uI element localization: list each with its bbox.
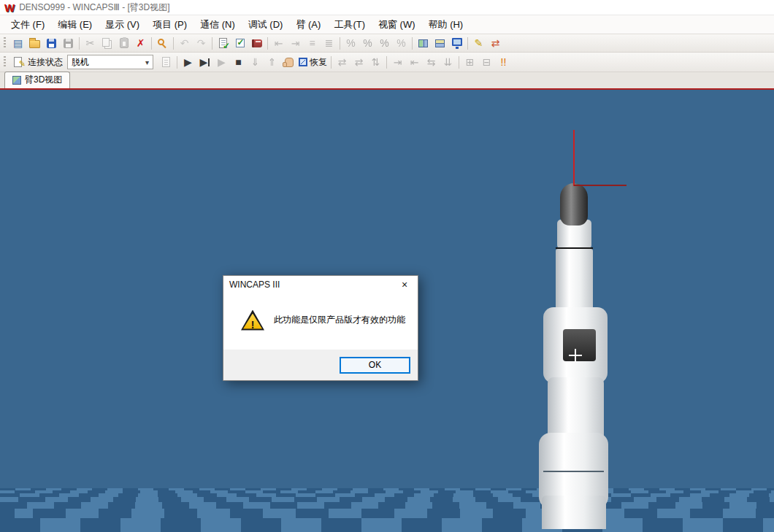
menu-file[interactable]: 文件 (F) [4, 15, 51, 35]
receive-project-button[interactable]: ⇄ [350, 54, 367, 70]
macro-comment-button[interactable]: % [376, 35, 393, 51]
property-window-button[interactable] [448, 35, 465, 51]
comment-button[interactable]: % [342, 35, 359, 51]
open-project-button[interactable] [26, 35, 43, 51]
redo-button[interactable]: ↷ [193, 35, 210, 51]
toolbar-button-icon: ⇄ [490, 37, 501, 49]
tab-bar: 臂3D视图 [0, 72, 774, 88]
toolbar-button-icon: ✂ [85, 37, 96, 49]
syntax-check-button[interactable] [215, 35, 231, 51]
toolbar-separator [212, 37, 212, 50]
cascade-windows-button[interactable] [432, 35, 448, 51]
copy-button[interactable] [99, 35, 115, 51]
robot-joint-seam [556, 247, 593, 249]
connection-mode-select[interactable]: 脱机 ▾ [67, 55, 153, 69]
toolbar-standard: ▤✂✗↶↷⇤⇥≡≣%%%%✎⇄ [0, 34, 774, 53]
connection-settings-button[interactable] [9, 54, 26, 70]
toolbar-grip[interactable] [4, 56, 6, 68]
menu-edit[interactable]: 编辑 (E) [51, 15, 99, 35]
find-button[interactable] [154, 35, 171, 51]
toolbar-separator [459, 56, 459, 69]
titlebar[interactable]: W DENSO999 - WINCAPSⅢ - [臂3D视图] [0, 0, 774, 15]
menu-debug[interactable]: 调试 (D) [242, 15, 290, 35]
send-project-button[interactable]: ⇄ [334, 54, 350, 70]
dialog-body: ! 此功能是仅限产品版才有效的功能 [223, 293, 418, 350]
checkerboard-floor [0, 488, 774, 532]
uncomment-button[interactable]: % [359, 35, 376, 51]
tool-axis-vertical-line [573, 130, 575, 186]
transfer-file-button[interactable]: ⇥ [389, 54, 406, 70]
align-lines-button[interactable]: ≡ [304, 35, 321, 51]
undo-button[interactable]: ↶ [176, 35, 193, 51]
task-list-button[interactable] [231, 35, 248, 51]
toolbar-button-icon: ⇆ [426, 56, 437, 68]
line-numbers-button[interactable]: ≣ [321, 35, 337, 51]
save-all-button[interactable] [60, 35, 77, 51]
tab-arm-3d-view[interactable]: 臂3D视图 [4, 72, 70, 88]
cut-button[interactable]: ✂ [82, 35, 99, 51]
save-button[interactable] [43, 35, 60, 51]
delete-button[interactable]: ✗ [132, 35, 149, 51]
toolbar-button-icon: % [362, 37, 373, 49]
toolbar-button-icon: % [396, 37, 407, 49]
toolbar-button-icon [236, 39, 245, 47]
paste-button[interactable] [115, 35, 132, 51]
tool-axis-horizontal-line [574, 185, 627, 186]
hand-mode-button[interactable] [280, 54, 297, 70]
outdent-button[interactable]: ⇤ [270, 35, 287, 51]
toolbar-separator [340, 37, 340, 50]
toolbar-separator [331, 56, 332, 69]
io-monitor-button[interactable]: ⊞ [461, 54, 478, 70]
step-run-button[interactable]: ▶ [196, 54, 213, 70]
dialog-close-button[interactable]: × [391, 276, 418, 293]
menu-tools[interactable]: 工具(T) [327, 15, 372, 35]
macro-uncomment-button[interactable]: % [393, 35, 410, 51]
toolbar-button-icon: ⇅ [370, 56, 381, 68]
ok-button[interactable]: OK [340, 357, 410, 374]
program-view-button[interactable] [158, 54, 175, 70]
toolbar-separator [79, 37, 80, 50]
menu-bar: 文件 (F)编辑 (E)显示 (V)项目 (P)通信 (N)调试 (D)臂 (A… [0, 15, 774, 34]
variable-monitor-button[interactable]: ⇄ [487, 35, 504, 51]
toolbar-button-icon [14, 57, 22, 67]
toolbar-button-icon [285, 58, 294, 67]
menu-project[interactable]: 项目 (P) [146, 15, 194, 35]
backup-button[interactable]: ⇊ [440, 54, 456, 70]
sync-project-button[interactable]: ⇅ [367, 54, 384, 70]
stop-button[interactable]: ■ [230, 54, 247, 70]
recover-button[interactable]: 恢复 [297, 54, 329, 70]
new-project-button[interactable]: ▤ [9, 35, 26, 51]
toolbar-button-icon: % [379, 37, 390, 49]
toolbar-button-icon: ≣ [323, 37, 334, 49]
toolbar-grip[interactable] [4, 37, 6, 49]
step-stop-button[interactable]: ⇑ [264, 54, 280, 70]
tab-label: 臂3D视图 [25, 74, 62, 86]
help-reference-button[interactable] [248, 35, 265, 51]
toolbar-button-icon [219, 38, 227, 48]
menu-view[interactable]: 显示 (V) [99, 15, 146, 35]
toolbar-button-icon: % [345, 37, 356, 49]
indent-button[interactable]: ⇥ [287, 35, 304, 51]
toolbar-button-icon: ⇥ [392, 56, 403, 68]
tile-windows-button[interactable] [415, 35, 432, 51]
compare-file-button[interactable]: ⇆ [423, 54, 440, 70]
toolbar-separator [386, 56, 387, 69]
toolbar-button-icon [299, 58, 307, 66]
step-into-button[interactable]: ⇓ [247, 54, 264, 70]
dialog-titlebar[interactable]: WINCAPS III × [223, 276, 418, 293]
toolbar-button-icon: ⊟ [481, 56, 492, 68]
error-list-button[interactable]: !! [495, 54, 512, 70]
toolbar-button-icon [102, 38, 110, 47]
cycle-run-button[interactable]: ▶ [213, 54, 230, 70]
log-monitor-button[interactable]: ⊟ [478, 54, 495, 70]
menu-help[interactable]: 帮助 (H) [422, 15, 470, 35]
receive-file-button[interactable]: ⇤ [406, 54, 423, 70]
menu-communication[interactable]: 通信 (N) [194, 15, 242, 35]
run-button[interactable]: ▶ [180, 54, 196, 70]
menu-window[interactable]: 视窗 (W) [372, 15, 422, 35]
toolbar-separator [267, 37, 268, 50]
arm-operation-button[interactable]: ✎ [470, 35, 487, 51]
toolbar-button-icon: ⇊ [442, 56, 453, 68]
toolbar-button-icon: ✗ [135, 37, 146, 49]
menu-arm[interactable]: 臂 (A) [289, 15, 327, 35]
